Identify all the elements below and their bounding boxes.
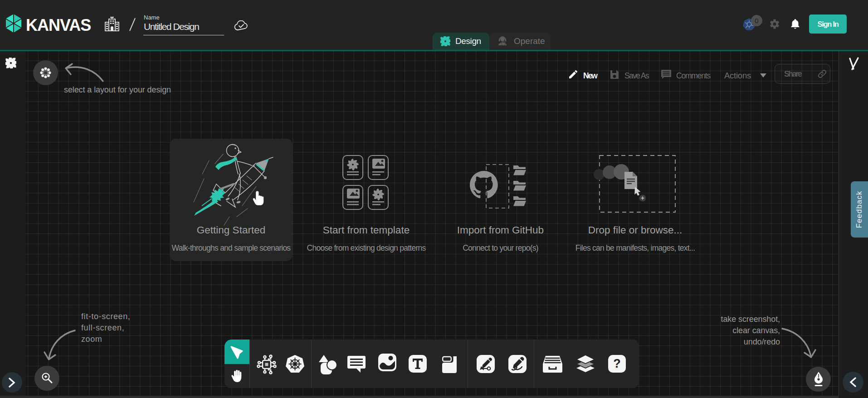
svg-text:?: ? (613, 357, 621, 370)
